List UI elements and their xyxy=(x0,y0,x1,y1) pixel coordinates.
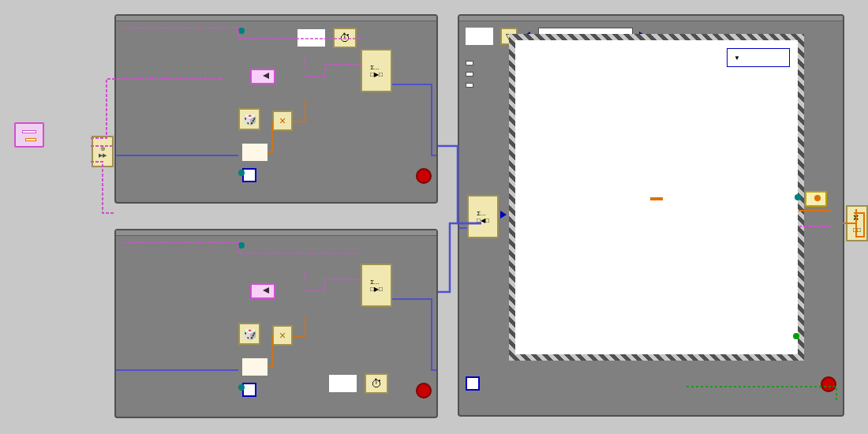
disp-left-labels xyxy=(466,61,473,88)
ch2-info-btn[interactable] xyxy=(242,383,256,397)
ch1-delay-box[interactable] xyxy=(242,144,268,161)
ch2-multiply-node: × xyxy=(272,325,293,346)
disp-info-btn[interactable] xyxy=(466,376,480,391)
ch1-random-node: 🎲 xyxy=(238,108,260,130)
ch2-stop-btn[interactable] xyxy=(416,383,432,398)
ch1-selector[interactable]: ▼ xyxy=(727,48,790,67)
disp-orange-dot xyxy=(814,195,821,201)
channel2-title xyxy=(116,230,436,236)
display-title xyxy=(459,16,843,21)
cluster-data-box xyxy=(22,130,36,133)
chart-area: ▼ xyxy=(509,34,804,361)
disp-count-box[interactable] xyxy=(466,28,493,45)
ch2-bundle-right: Σ...□▶□ xyxy=(361,264,392,307)
ch1-teal-dot-bottom xyxy=(238,170,245,176)
channel2-inner: Σ...□▶□ 🎲 × ⏱ xyxy=(116,236,436,405)
ch1-bundle-right: Σ...□▶□ xyxy=(361,49,392,92)
display-panel: ▽ ▼ ▼ xyxy=(458,14,844,417)
disp-type-label xyxy=(466,72,473,77)
disp-source-label xyxy=(466,61,473,65)
cluster-data2-box[interactable] xyxy=(25,138,36,141)
channel1-title xyxy=(116,16,436,21)
ch1-stop-btn[interactable] xyxy=(416,168,432,184)
disp-stop-btn[interactable] xyxy=(821,376,836,392)
ch1-dbl-label xyxy=(650,197,663,200)
left-data-cluster xyxy=(14,122,44,148)
ch1-teal-dot-top xyxy=(238,28,245,34)
ch1-cluster-node xyxy=(250,69,275,84)
ch2-teal-dot-top xyxy=(238,242,245,249)
channel2-panel: Σ...□▶□ 🎲 × ⏱ xyxy=(114,229,438,418)
ch1-count-box[interactable] xyxy=(297,29,325,47)
ch2-delay-box[interactable] xyxy=(242,358,268,376)
split-node-left: ⊕ ▶▶ xyxy=(92,136,114,167)
ch2-teal-dot-bottom xyxy=(238,384,245,391)
ch1-info-btn[interactable] xyxy=(242,168,256,182)
channel1-panel: ⏱ Σ...□▶□ 🎲 × xyxy=(114,14,438,204)
ch1-multiply-node: × xyxy=(272,110,293,131)
disp-green-dot xyxy=(793,333,799,339)
ch1-display-block xyxy=(650,194,663,200)
ch2-timer-node: ⏱ xyxy=(365,373,388,394)
disp-arrow-right2 xyxy=(500,211,507,219)
ch2-cluster-node xyxy=(250,283,275,299)
display-inner: ▽ ▼ ▼ xyxy=(459,21,843,403)
ch2-count-box[interactable] xyxy=(329,375,357,392)
disp-time-label xyxy=(466,83,473,88)
channel1-inner: ⏱ Σ...□▶□ 🎲 × xyxy=(116,21,436,190)
chart-outer: ▼ xyxy=(503,28,810,367)
ch1-timer-node: ⏱ xyxy=(333,28,357,48)
disp-unbundle-node: Σ...□◀□ xyxy=(467,195,499,238)
ch1-selector-arrow: ▼ xyxy=(734,54,740,62)
chart-teal-dot xyxy=(795,194,801,200)
right-x-node: ×□□ xyxy=(846,205,868,241)
disp-data-name-cluster xyxy=(805,191,827,207)
ch1-arrow-right xyxy=(263,73,269,79)
ch2-arrow-right xyxy=(263,287,269,294)
ch2-random-node: 🎲 xyxy=(238,323,260,345)
